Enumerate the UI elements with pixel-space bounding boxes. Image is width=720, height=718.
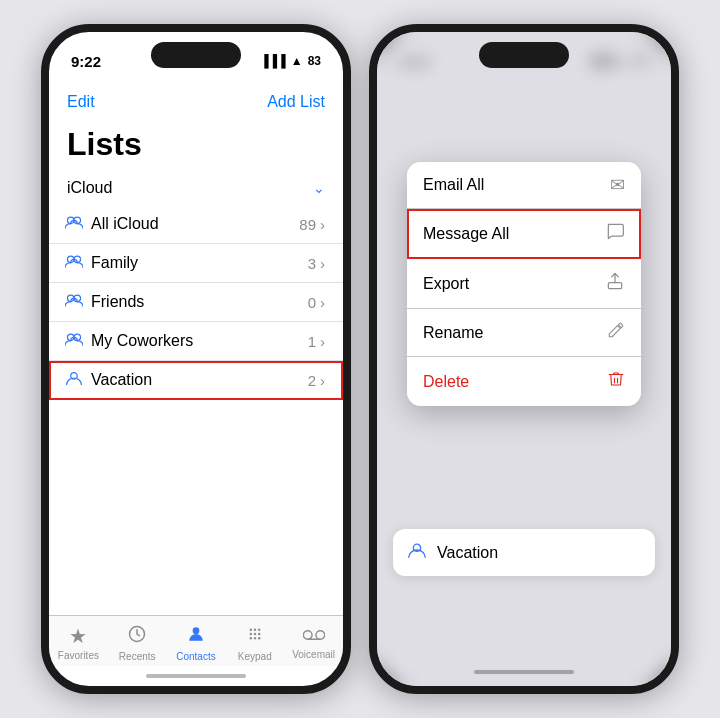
svg-point-11	[249, 629, 252, 632]
svg-point-16	[258, 633, 261, 636]
list-item-mycoworkers[interactable]: My Coworkers 1 ›	[49, 322, 343, 361]
tab-contacts[interactable]: Contacts	[171, 624, 221, 662]
nav-bar-1: Edit Add List	[49, 80, 343, 124]
count-chevron-vacation: 2 ›	[308, 372, 325, 389]
voicemail-icon	[303, 624, 325, 647]
count-chevron-mycoworkers: 1 ›	[308, 333, 325, 350]
screen-1: Edit Add List Lists iCloud ⌄ All iCloud …	[49, 80, 343, 686]
list-label-family: Family	[91, 254, 308, 272]
status-icons-1: ▐▐▐ ▲ 83	[260, 54, 321, 68]
tab-label-favorites: Favorites	[58, 650, 99, 661]
tab-label-voicemail: Voicemail	[292, 649, 335, 660]
pencil-icon	[607, 321, 625, 344]
home-bar-1	[146, 674, 246, 678]
svg-point-21	[316, 631, 325, 640]
count-chevron-friends: 0 ›	[308, 294, 325, 311]
svg-point-12	[254, 629, 257, 632]
list-label-mycoworkers: My Coworkers	[91, 332, 308, 350]
group-icon-allicloud	[65, 215, 83, 233]
list-label-friends: Friends	[91, 293, 308, 311]
signal-icon: ▐▐▐	[260, 54, 286, 68]
trash-icon	[607, 369, 625, 394]
list-item-vacation[interactable]: Vacation 2 ›	[49, 361, 343, 400]
group-icon-friends	[65, 293, 83, 311]
menu-item-export[interactable]: Export	[407, 259, 641, 309]
count-chevron-family: 3 ›	[308, 255, 325, 272]
export-icon	[605, 271, 625, 296]
tab-keypad[interactable]: Keypad	[230, 624, 280, 662]
svg-point-20	[303, 631, 312, 640]
message-icon	[605, 221, 625, 246]
list-item-family[interactable]: Family 3 ›	[49, 244, 343, 283]
list-label-vacation: Vacation	[91, 371, 308, 389]
count-mycoworkers: 1	[308, 333, 316, 350]
menu-item-rename[interactable]: Rename	[407, 309, 641, 357]
svg-point-10	[193, 627, 200, 634]
svg-point-13	[258, 629, 261, 632]
person-icon	[186, 624, 206, 649]
edit-button[interactable]: Edit	[67, 93, 95, 111]
chevron-down-icon[interactable]: ⌄	[313, 180, 325, 196]
home-indicator-2	[377, 662, 671, 682]
tab-label-contacts: Contacts	[176, 651, 215, 662]
dynamic-island-2	[479, 42, 569, 68]
phone-1: 9:22 ▐▐▐ ▲ 83 Edit Add List Lists iCloud…	[41, 24, 351, 694]
vacation-row-label: Vacation	[437, 544, 498, 562]
svg-point-15	[254, 633, 257, 636]
chevron-right-icon: ›	[320, 216, 325, 233]
chevron-right-icon-family: ›	[320, 255, 325, 272]
group-icon-family	[65, 254, 83, 272]
phone-2: 9:22 ▐▐▐ ▲ 83 Email All ✉ Message All Ex…	[369, 24, 679, 694]
chevron-right-icon-vacation: ›	[320, 372, 325, 389]
count-allicloud: 89	[299, 216, 316, 233]
email-icon: ✉	[610, 174, 625, 196]
message-all-label: Message All	[423, 225, 509, 243]
tab-recents[interactable]: Recents	[112, 624, 162, 662]
svg-point-17	[249, 637, 252, 640]
context-menu: Email All ✉ Message All Export Rename De…	[407, 162, 641, 406]
home-indicator-1	[49, 666, 343, 686]
tab-favorites[interactable]: ★ Favorites	[53, 624, 103, 661]
tab-label-keypad: Keypad	[238, 651, 272, 662]
section-label: iCloud	[67, 179, 112, 197]
list-item-friends[interactable]: Friends 0 ›	[49, 283, 343, 322]
clock-icon	[127, 624, 147, 649]
time-1: 9:22	[71, 53, 101, 70]
section-header: iCloud ⌄	[49, 171, 343, 205]
list-label-allicloud: All iCloud	[91, 215, 299, 233]
delete-label: Delete	[423, 373, 469, 391]
list-item-allicloud[interactable]: All iCloud 89 ›	[49, 205, 343, 244]
grid-icon	[245, 624, 265, 649]
email-all-label: Email All	[423, 176, 484, 194]
menu-item-delete[interactable]: Delete	[407, 357, 641, 406]
dynamic-island	[151, 42, 241, 68]
chevron-right-icon-friends: ›	[320, 294, 325, 311]
vacation-group-icon	[407, 541, 427, 564]
svg-point-14	[249, 633, 252, 636]
tab-bar-1: ★ Favorites Recents Contacts	[49, 615, 343, 666]
count-chevron-allicloud: 89 ›	[299, 216, 325, 233]
tab-voicemail[interactable]: Voicemail	[289, 624, 339, 660]
group-icon-mycoworkers	[65, 332, 83, 350]
vacation-selected-row: Vacation	[393, 529, 655, 576]
count-vacation: 2	[308, 372, 316, 389]
page-title-1: Lists	[49, 124, 343, 171]
export-label: Export	[423, 275, 469, 293]
add-list-button[interactable]: Add List	[267, 93, 325, 111]
tab-label-recents: Recents	[119, 651, 156, 662]
wifi-icon: ▲	[291, 54, 303, 68]
home-bar-2	[474, 670, 574, 674]
battery-icon: 83	[308, 54, 321, 68]
svg-point-18	[254, 637, 257, 640]
star-icon: ★	[69, 624, 87, 648]
count-family: 3	[308, 255, 316, 272]
rename-label: Rename	[423, 324, 483, 342]
chevron-right-icon-mycoworkers: ›	[320, 333, 325, 350]
menu-item-email-all[interactable]: Email All ✉	[407, 162, 641, 209]
count-friends: 0	[308, 294, 316, 311]
svg-point-19	[258, 637, 261, 640]
menu-item-message-all[interactable]: Message All	[407, 209, 641, 259]
svg-rect-23	[608, 283, 621, 289]
group-icon-vacation	[65, 371, 83, 389]
